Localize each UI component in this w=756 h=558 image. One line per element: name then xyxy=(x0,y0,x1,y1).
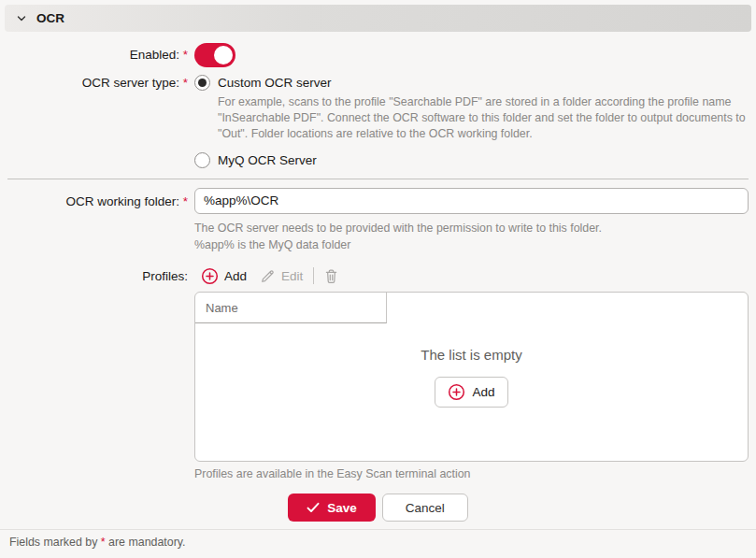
ocr-working-folder-input[interactable] xyxy=(194,188,749,214)
cancel-button[interactable]: Cancel xyxy=(382,494,468,522)
server-type-label: OCR server type: * xyxy=(5,73,194,170)
custom-ocr-description: For example, scans to the profile "Searc… xyxy=(218,94,748,142)
plus-circle-icon xyxy=(448,383,465,401)
chevron-down-icon xyxy=(16,13,27,24)
working-folder-row: OCR working folder: * The OCR server nee… xyxy=(5,188,751,253)
table-column-header-name[interactable]: Name xyxy=(195,293,387,323)
profiles-toolbar: Add Edit xyxy=(194,265,751,287)
section-divider xyxy=(7,179,749,179)
working-folder-help-appvar: %app% is the MyQ data folder xyxy=(194,237,751,253)
server-type-row: OCR server type: * Custom OCR server For… xyxy=(5,73,751,170)
profiles-edit-button[interactable]: Edit xyxy=(253,266,309,286)
ocr-settings-panel: OCR Enabled: * OCR server type: * Custom… xyxy=(0,0,756,522)
section-title: OCR xyxy=(36,11,64,25)
save-button[interactable]: Save xyxy=(288,494,376,522)
radio-unselected-icon xyxy=(194,152,210,168)
profiles-row: Profiles: Add Edit xyxy=(5,265,751,480)
radio-myq-ocr-server[interactable]: MyQ OCR Server xyxy=(194,151,751,170)
radio-myq-label: MyQ OCR Server xyxy=(218,153,317,167)
toolbar-separator xyxy=(313,267,314,284)
check-icon xyxy=(307,502,320,513)
radio-custom-label: Custom OCR server xyxy=(218,76,332,90)
plus-circle-icon xyxy=(201,267,219,285)
profiles-label: Profiles: xyxy=(5,265,194,480)
empty-add-button[interactable]: Add xyxy=(435,377,507,408)
profiles-help: Profiles are available in the Easy Scan … xyxy=(194,467,751,480)
section-header-ocr[interactable]: OCR xyxy=(5,5,751,32)
profiles-table: Name The list is empty Add xyxy=(194,292,749,462)
table-empty-state: The list is empty Add xyxy=(195,347,748,408)
enabled-toggle[interactable] xyxy=(194,43,235,67)
enabled-row: Enabled: * xyxy=(5,42,751,68)
radio-custom-ocr-server[interactable]: Custom OCR server xyxy=(194,73,751,92)
required-asterisk: * xyxy=(183,194,188,208)
working-folder-label: OCR working folder: * xyxy=(5,188,194,253)
required-asterisk: * xyxy=(183,48,188,62)
trash-icon xyxy=(324,268,338,284)
radio-selected-icon xyxy=(194,75,210,91)
profiles-delete-button[interactable] xyxy=(318,266,345,286)
enabled-label: Enabled: * xyxy=(5,47,194,64)
pencil-icon xyxy=(260,268,276,284)
required-asterisk: * xyxy=(183,76,188,90)
working-folder-help-permission: The OCR server needs to be provided with… xyxy=(194,221,751,236)
profiles-add-button[interactable]: Add xyxy=(194,265,253,287)
mandatory-fields-note: Fields marked by * are mandatory. xyxy=(0,529,756,553)
form-actions: Save Cancel xyxy=(5,494,751,522)
empty-list-message: The list is empty xyxy=(195,347,748,363)
toggle-knob xyxy=(214,46,233,64)
